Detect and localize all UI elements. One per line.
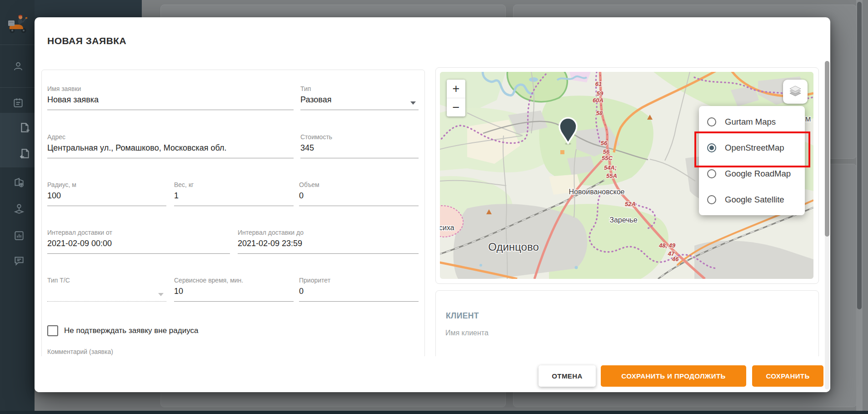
chat-icon[interactable]	[13, 255, 25, 267]
client-name-field[interactable]: Имя клиента	[445, 329, 489, 337]
planning-calendar-icon[interactable]	[12, 97, 24, 109]
modal-scrollbar-thumb[interactable]	[825, 61, 829, 237]
modal-scrollbar[interactable]	[825, 61, 829, 389]
svg-text:48, 49: 48, 49	[658, 242, 676, 249]
map-layers-icon[interactable]	[783, 80, 808, 104]
vehicle-location-icon[interactable]	[13, 177, 25, 189]
map-label-odintsovo: Одинцово	[488, 241, 539, 253]
client-section-title: КЛИЕНТ	[446, 311, 479, 321]
volume-field[interactable]: Объем 0	[299, 181, 419, 206]
svg-text:56: 56	[603, 148, 610, 155]
layer-option-gurtam-maps[interactable]: Gurtam Maps	[699, 109, 805, 135]
svg-text:60A: 60A	[593, 97, 604, 104]
zoom-in-button[interactable]: +	[447, 80, 465, 98]
checkbox-label: Не подтверждать заявку вне радиуса	[64, 326, 198, 335]
interval-from-field[interactable]: Интервал доставки от 2021-02-09 00:00	[47, 229, 230, 254]
outside-radius-checkbox-row[interactable]: Не подтверждать заявку вне радиуса	[47, 325, 198, 336]
vehicle-type-select[interactable]: Тип Т/С	[47, 277, 166, 302]
radius-field[interactable]: Радиус, м 100	[47, 181, 166, 206]
comment-field-label[interactable]: Комментарий (заявка)	[47, 348, 113, 355]
order-name-field[interactable]: Имя заявки Новая заявка	[47, 85, 294, 110]
map-label-m: М	[805, 115, 811, 123]
cancel-button[interactable]: ОТМЕНА	[539, 365, 596, 387]
order-type-select[interactable]: Тип Разовая	[300, 85, 419, 110]
modal-title: НОВАЯ ЗАЯВКА	[47, 35, 126, 46]
save-and-continue-button[interactable]: СОХРАНИТЬ И ПРОДОЛЖИТЬ	[601, 365, 746, 387]
layer-option-openstreetmap[interactable]: OpenStreetMap	[699, 135, 805, 161]
svg-text:46: 46	[672, 256, 679, 263]
radio-checked-icon[interactable]	[707, 143, 716, 152]
interval-to-field[interactable]: Интервал доставки до 2021-02-09 23:59	[238, 229, 419, 254]
svg-text:58: 58	[596, 110, 603, 116]
map-zoom-control: + −	[447, 80, 465, 116]
save-button[interactable]: СОХРАНИТЬ	[752, 365, 823, 387]
order-form-card: Имя заявки Новая заявка Тип Разовая Адре…	[41, 70, 425, 362]
svg-text:55A: 55A	[606, 172, 617, 179]
map-layers-menu: Gurtam Maps OpenStreetMap Google RoadMap…	[699, 106, 805, 215]
radio-unchecked-icon[interactable]	[707, 169, 716, 178]
service-time-field[interactable]: Сервисное время, мин. 10	[174, 277, 294, 302]
page-scrollbar-thumb[interactable]	[857, 2, 862, 309]
new-order-modal: НОВАЯ ЗАЯВКА Имя заявки Новая заявка Тип…	[35, 17, 830, 392]
svg-text:55C: 55C	[602, 155, 613, 162]
priority-field[interactable]: Приоритет 0	[299, 277, 419, 302]
chevron-down-icon[interactable]	[158, 293, 164, 296]
map-point-icon[interactable]	[13, 202, 25, 214]
modal-footer: ОТМЕНА СОХРАНИТЬ И ПРОДОЛЖИТЬ СОХРАНИТЬ	[35, 356, 830, 392]
zoom-out-button[interactable]: −	[447, 98, 465, 116]
map-canvas[interactable]: Новоивановское Заречье Одинцово сиха М 6…	[440, 72, 813, 279]
svg-text:54A;: 54A;	[604, 164, 617, 171]
sidebar-rail	[0, 0, 35, 411]
cost-field[interactable]: Стоимость 345	[300, 133, 419, 158]
page-scrollbar[interactable]	[856, 0, 863, 411]
layer-option-google-satellite[interactable]: Google Satellite	[699, 187, 805, 212]
map-label-novoivanovskoye: Новоивановское	[569, 188, 625, 196]
delivery-scooter-logo[interactable]	[6, 11, 29, 34]
svg-text:59: 59	[597, 90, 604, 97]
svg-text:52A: 52A	[625, 201, 636, 207]
radio-unchecked-icon[interactable]	[707, 117, 716, 126]
weight-field[interactable]: Вес, кг 1	[174, 181, 294, 206]
field-label: Имя заявки	[47, 85, 81, 92]
add-order-icon[interactable]	[19, 122, 31, 134]
map-card: Новоивановское Заречье Одинцово сиха М 6…	[435, 67, 819, 284]
radio-unchecked-icon[interactable]	[707, 195, 716, 204]
chevron-down-icon[interactable]	[410, 101, 416, 105]
svg-text:56: 56	[601, 140, 608, 146]
map-label-zarechye: Заречье	[609, 216, 638, 224]
bottom-bar	[0, 411, 868, 414]
layer-option-google-roadmap[interactable]: Google RoadMap	[699, 161, 805, 187]
address-field[interactable]: Адрес Центральная ул., Ромашково, Москов…	[47, 133, 294, 158]
svg-text:61: 61	[595, 81, 602, 87]
field-value[interactable]: Новая заявка	[47, 95, 294, 105]
reports-icon[interactable]	[13, 230, 25, 242]
map-label-siha: сиха	[440, 224, 454, 232]
person-icon[interactable]	[12, 61, 24, 72]
app-root: НОВАЯ ЗАЯВКА Имя заявки Новая заявка Тип…	[0, 0, 868, 414]
import-orders-icon[interactable]	[19, 148, 31, 160]
checkbox[interactable]	[47, 325, 58, 336]
